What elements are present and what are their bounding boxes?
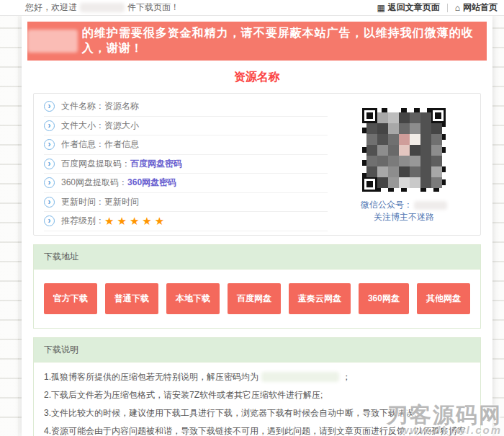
360-pan-password-link[interactable]: 360网盘密码 <box>127 177 176 189</box>
qr-caption: 微信公众号： 关注博主不迷路 <box>328 199 480 223</box>
download-button-lanzou-pan[interactable]: 蓝奏云网盘 <box>289 283 351 314</box>
download-button-normal[interactable]: 普通下载 <box>105 283 158 314</box>
qr-caption-prefix: 微信公众号： <box>361 200 413 210</box>
info-label: 作者信息： <box>61 138 104 151</box>
chevron-circle-icon: › <box>44 177 55 188</box>
redacted-site-name <box>80 3 125 12</box>
info-label: 文件大小： <box>61 120 104 132</box>
ad-notice-text: 的维护需要很多资金和精力，请不要屏蔽本站广告，以维持我们微薄的收入，谢谢！ <box>82 26 487 56</box>
download-buttons-row: 官方下载 普通下载 本地下载 百度网盘 蓝奏云网盘 360网盘 其他网盘 <box>34 270 480 328</box>
download-button-official[interactable]: 官方下载 <box>44 283 97 314</box>
info-label: 推荐级别： <box>61 215 104 227</box>
download-button-baidu-pan[interactable]: 百度网盘 <box>228 283 281 314</box>
chevron-circle-icon: › <box>44 101 55 112</box>
back-to-article-label: 返回文章页面 <box>388 1 440 14</box>
download-note-body: 1.孤狼博客所提供的压缩包若无特别说明，解压密码均为； 2.下载后文件若为压缩包… <box>34 362 480 436</box>
info-row-rating: › 推荐级别： ★★★★★ <box>44 212 328 231</box>
qr-column: 微信公众号： 关注博主不迷路 <box>328 96 480 233</box>
download-button-local[interactable]: 本地下载 <box>166 283 220 314</box>
resource-info-box: › 文件名称： 资源名称 › 文件大小： 资源大小 › 作者信息： 作者信息 ›… <box>33 93 481 236</box>
greeting-suffix: 件下载页面！ <box>127 1 179 14</box>
rating-stars: ★★★★★ <box>104 215 167 226</box>
download-address-header: 下载地址 <box>34 245 480 270</box>
info-row-baidu-code: › 百度网盘提取码： 百度网盘密码 <box>44 155 328 174</box>
redacted-password <box>261 372 339 382</box>
note-line-2: 2.下载后文件若为压缩包格式，请安装7Z软件或者其它压缩软件进行解压; <box>44 386 470 404</box>
download-note-header: 下载说明 <box>34 338 480 362</box>
qr-caption-line2: 关注博主不迷路 <box>374 212 434 222</box>
info-label: 360网盘提取码： <box>61 177 127 189</box>
info-value: 资源名称 <box>104 100 139 112</box>
info-row-author: › 作者信息： 作者信息 <box>44 135 328 155</box>
chevron-circle-icon: › <box>44 159 55 169</box>
note-line-1-text: 1.孤狼博客所提供的压缩包若无特别说明，解压密码均为 <box>44 372 258 382</box>
greeting: 您好，欢迎进 件下载页面！ <box>25 1 179 14</box>
note-line-4: 4.资源可能会由于内容问题被和谐，导致下载链接不可用，遇到此问题，请到文章页面进… <box>44 422 470 436</box>
info-value: 资源大小 <box>104 120 139 132</box>
chevron-circle-icon: › <box>44 120 55 131</box>
redacted-site-name <box>27 30 78 53</box>
wechat-qr-code <box>361 107 446 192</box>
ad-notice-banner: 的维护需要很多资金和精力，请不要屏蔽本站广告，以维持我们微薄的收入，谢谢！ <box>27 22 487 61</box>
note-line-1-suffix: ； <box>342 372 351 382</box>
chevron-circle-icon: › <box>44 139 55 150</box>
site-home-label: 网站首页 <box>463 1 498 14</box>
topbar: 您好，欢迎进 件下载页面！ ▦ 返回文章页面 ⌂ 网站首页 <box>0 0 504 16</box>
chevron-circle-icon: › <box>44 215 55 226</box>
note-line-1: 1.孤狼博客所提供的压缩包若无特别说明，解压密码均为； <box>44 368 470 386</box>
greeting-prefix: 您好，欢迎进 <box>25 1 77 14</box>
back-to-article-link[interactable]: ▦ 返回文章页面 <box>377 1 439 14</box>
home-icon: ⌂ <box>455 3 460 13</box>
baidu-pan-password-link[interactable]: 百度网盘密码 <box>130 158 182 170</box>
redacted-account-name <box>414 201 447 210</box>
info-label: 百度网盘提取码： <box>61 158 130 170</box>
info-row-file-size: › 文件大小： 资源大小 <box>44 117 328 136</box>
resource-info-list: › 文件名称： 资源名称 › 文件大小： 资源大小 › 作者信息： 作者信息 ›… <box>34 96 328 233</box>
divider <box>447 4 448 12</box>
info-label: 文件名称： <box>61 100 104 112</box>
info-row-file-name: › 文件名称： 资源名称 <box>44 97 328 117</box>
download-button-other-pan[interactable]: 其他网盘 <box>417 283 470 314</box>
download-note-section: 下载说明 1.孤狼博客所提供的压缩包若无特别说明，解压密码均为； 2.下载后文件… <box>33 337 481 436</box>
main-content-card: 的维护需要很多资金和精力，请不要屏蔽本站广告，以维持我们微薄的收入，谢谢！ 资源… <box>22 16 492 436</box>
note-line-3: 3.文件比较大的时候，建议使用下载工具进行下载，浏览器下载有时候会自动中断，导致… <box>44 404 470 422</box>
info-row-update-time: › 更新时间： 更新时间 <box>44 193 328 213</box>
download-address-section: 下载地址 官方下载 普通下载 本地下载 百度网盘 蓝奏云网盘 360网盘 其他网… <box>33 244 481 329</box>
grid-icon: ▦ <box>377 3 384 13</box>
site-home-link[interactable]: ⌂ 网站首页 <box>455 1 498 14</box>
resource-title: 资源名称 <box>22 70 492 85</box>
info-row-360-code: › 360网盘提取码： 360网盘密码 <box>44 174 328 193</box>
chevron-circle-icon: › <box>44 197 55 208</box>
info-value: 作者信息 <box>104 138 139 151</box>
info-value: 更新时间 <box>104 196 139 208</box>
info-label: 更新时间： <box>61 196 104 208</box>
download-button-360-pan[interactable]: 360网盘 <box>359 283 409 314</box>
